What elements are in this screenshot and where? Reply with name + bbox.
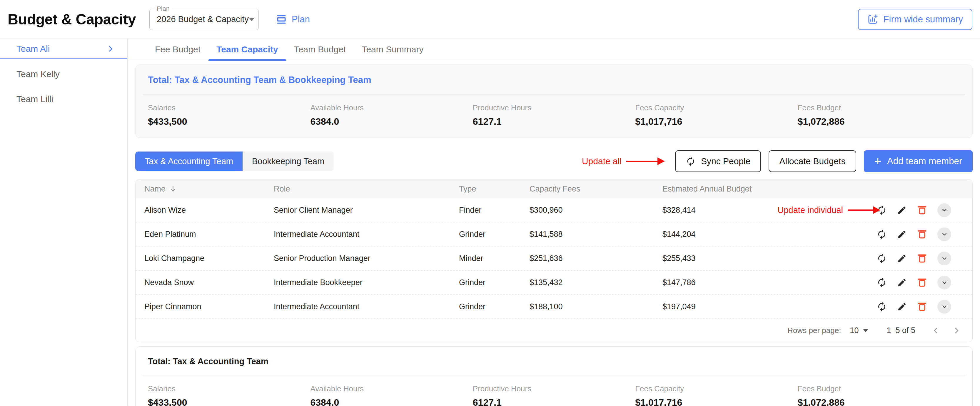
row-sync-button[interactable] xyxy=(877,253,887,264)
allocate-budgets-button[interactable]: Allocate Budgets xyxy=(768,150,856,172)
row-actions xyxy=(846,295,972,318)
chevron-down-icon xyxy=(941,303,948,310)
row-delete-button[interactable] xyxy=(917,277,928,288)
row-edit-button[interactable] xyxy=(897,278,907,287)
column-header-role: Role xyxy=(274,185,459,194)
cell-role: Senior Client Manager xyxy=(274,205,459,215)
plan-select[interactable]: Plan 2026 Budget & Capacity xyxy=(150,9,259,30)
cell-type: Grinder xyxy=(459,302,530,311)
dropdown-arrow-icon xyxy=(863,329,868,332)
row-edit-button[interactable] xyxy=(897,302,907,312)
stat-value: $1,017,716 xyxy=(635,397,797,406)
row-sync-button[interactable] xyxy=(877,301,887,312)
stat-label: Fees Budget xyxy=(798,384,960,393)
sidebar-item-team-kelly[interactable]: Team Kelly xyxy=(0,65,127,84)
summary-stats: Salaries $433,500 Available Hours 6384.0… xyxy=(135,94,972,127)
sort-desc-icon[interactable] xyxy=(169,185,177,193)
stat-fees-budget: Fees Budget $1,072,886 xyxy=(798,103,960,127)
row-expand-button[interactable] xyxy=(937,300,951,314)
stat-fees-capacity: Fees Capacity $1,017,716 xyxy=(635,103,797,127)
tab-team-budget[interactable]: Team Budget xyxy=(286,39,354,60)
row-actions xyxy=(846,223,972,246)
tab-bar: Fee Budget Team Capacity Team Budget Tea… xyxy=(127,39,973,61)
row-edit-button[interactable] xyxy=(897,205,907,215)
tab-team-summary[interactable]: Team Summary xyxy=(354,39,431,60)
trash-icon xyxy=(917,277,928,288)
sidebar-item-team-ali[interactable]: Team Ali xyxy=(0,40,127,59)
pagination-range: 1–5 of 5 xyxy=(886,326,915,335)
cell-estimated-annual-budget: $255,433 xyxy=(662,254,846,263)
stat-available-hours: Available Hours 6384.0 xyxy=(310,384,473,406)
team-toggle: Tax & Accounting Team Bookkeeping Team xyxy=(135,151,334,171)
chevron-right-icon xyxy=(107,45,115,53)
plan-link[interactable]: Plan xyxy=(276,14,310,25)
column-header-estimated-annual-budget: Estimated Annual Budget xyxy=(662,185,846,194)
sidebar-item-team-lilli[interactable]: Team Lilli xyxy=(0,90,127,108)
edit-icon xyxy=(897,229,907,239)
toggle-tax-accounting-team[interactable]: Tax & Accounting Team xyxy=(135,151,243,171)
row-edit-button[interactable] xyxy=(897,253,907,263)
sync-people-button[interactable]: Sync People xyxy=(675,150,761,172)
chevron-down-icon xyxy=(941,255,948,261)
row-expand-button[interactable] xyxy=(937,203,951,217)
main-content: Fee Budget Team Capacity Team Budget Tea… xyxy=(127,39,980,406)
row-expand-button[interactable] xyxy=(937,275,951,290)
row-sync-button[interactable] xyxy=(877,277,887,288)
tab-team-capacity[interactable]: Team Capacity xyxy=(208,39,286,60)
update-individual-annotation-text: Update individual xyxy=(778,205,843,215)
tab-fee-budget[interactable]: Fee Budget xyxy=(147,39,208,60)
rows-per-page-value: 10 xyxy=(850,326,859,335)
team-total-stats: Salaries $433,500 Available Hours 6384.0… xyxy=(135,376,972,406)
column-header-capacity-fees: Capacity Fees xyxy=(530,185,662,194)
row-delete-button[interactable] xyxy=(917,205,928,215)
cell-type: Finder xyxy=(459,205,530,215)
update-individual-annotation: Update individual xyxy=(778,205,873,215)
chevron-right-pagination-icon[interactable] xyxy=(953,326,961,334)
summary-card: Total: Tax & Accounting Team & Bookkeepi… xyxy=(135,64,973,138)
plan-select-value: 2026 Budget & Capacity xyxy=(157,14,249,24)
sidebar: Team Ali Team Kelly Team Lilli xyxy=(0,39,127,406)
stat-label: Productive Hours xyxy=(473,103,635,112)
plan-select-label: Plan xyxy=(154,5,172,13)
toggle-bookkeeping-team[interactable]: Bookkeeping Team xyxy=(243,151,334,171)
row-delete-button[interactable] xyxy=(917,253,928,264)
stat-label: Productive Hours xyxy=(473,384,635,393)
sync-icon xyxy=(877,253,887,264)
row-delete-button[interactable] xyxy=(917,229,928,239)
sync-icon xyxy=(877,229,887,239)
chevron-left-icon[interactable] xyxy=(932,326,940,334)
page-body: Team Ali Team Kelly Team Lilli Fee Budge… xyxy=(0,39,980,406)
row-actions xyxy=(846,271,972,294)
row-sync-button[interactable] xyxy=(877,229,887,239)
rows-per-page-select[interactable]: 10 xyxy=(850,326,868,335)
trash-icon xyxy=(917,301,928,312)
app-header: Budget & Capacity Plan 2026 Budget & Cap… xyxy=(0,0,980,39)
summary-card-title: Total: Tax & Accounting Team & Bookkeepi… xyxy=(135,65,972,85)
table-row: Nevada Snow Intermediate Bookkeeper Grin… xyxy=(135,271,972,295)
firm-wide-summary-button[interactable]: Firm wide summary xyxy=(858,9,972,30)
plan-link-label: Plan xyxy=(292,14,310,25)
stat-value: 6127.1 xyxy=(473,116,635,127)
column-header-name[interactable]: Name xyxy=(144,185,274,194)
chevron-down-icon xyxy=(941,279,948,286)
tab-label: Team Budget xyxy=(294,45,346,54)
allocate-budgets-label: Allocate Budgets xyxy=(779,156,845,166)
cell-type: Grinder xyxy=(459,230,530,239)
trash-icon xyxy=(917,253,928,264)
team-total-title: Total: Tax & Accounting Team xyxy=(135,347,972,366)
dropdown-arrow-icon xyxy=(249,18,255,21)
cell-role: Intermediate Accountant xyxy=(274,230,459,239)
add-team-member-button[interactable]: + Add team member xyxy=(864,150,973,172)
table-row: Loki Champagne Senior Production Manager… xyxy=(135,247,972,271)
row-expand-button[interactable] xyxy=(937,252,951,265)
row-expand-button[interactable] xyxy=(937,228,951,241)
row-delete-button[interactable] xyxy=(917,301,928,312)
stat-value: $1,072,886 xyxy=(798,116,960,127)
row-edit-button[interactable] xyxy=(897,229,907,239)
rows-per-page-label: Rows per page: xyxy=(788,326,841,335)
toggle-label: Tax & Accounting Team xyxy=(145,156,233,166)
stat-fees-capacity: Fees Capacity $1,017,716 xyxy=(635,384,797,406)
stat-salaries: Salaries $433,500 xyxy=(148,103,310,127)
table-row: Eden Platinum Intermediate Accountant Gr… xyxy=(135,223,972,247)
sync-icon xyxy=(877,277,887,288)
